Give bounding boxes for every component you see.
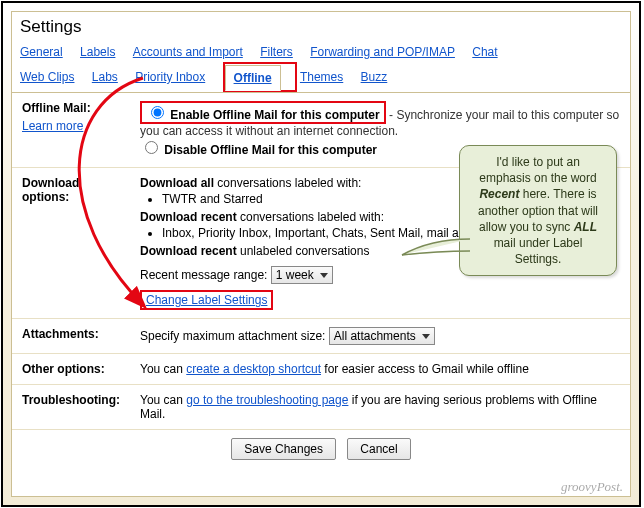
attachments-text: Specify maximum attachment size: <box>140 329 325 343</box>
page-title: Settings <box>12 12 630 39</box>
troubleshoot-text: You can go to the troubleshooting page i… <box>130 385 630 430</box>
annotation-callout-pointer <box>400 235 470 257</box>
tab-buzz[interactable]: Buzz <box>361 67 388 87</box>
troubleshoot-link[interactable]: go to the troubleshooting page <box>186 393 348 407</box>
save-button[interactable]: Save Changes <box>231 438 336 460</box>
section-label-offline: Offline Mail: Learn more <box>12 93 130 168</box>
other-options-text: You can create a desktop shortcut for ea… <box>130 354 630 385</box>
annotation-highlight-tab: Offline <box>223 62 297 92</box>
radio-enable-offline[interactable]: Enable Offline Mail for this computer <box>146 108 380 122</box>
annotation-callout: I'd like to put an emphasis on the word … <box>459 145 617 276</box>
radio-disable-offline[interactable]: Disable Offline Mail for this computer <box>140 143 377 157</box>
section-label-attachments: Attachments: <box>12 319 130 354</box>
chevron-down-icon <box>422 334 430 339</box>
tab-filters[interactable]: Filters <box>260 42 293 62</box>
section-label-other: Other options: <box>12 354 130 385</box>
chevron-down-icon <box>320 273 328 278</box>
tab-labs[interactable]: Labs <box>92 67 118 87</box>
tab-forwarding[interactable]: Forwarding and POP/IMAP <box>310 42 455 62</box>
cancel-button[interactable]: Cancel <box>347 438 410 460</box>
annotation-highlight-change-label: Change Label Settings <box>140 290 273 310</box>
radio-enable-input[interactable] <box>151 106 164 119</box>
section-label-troubleshoot: Troubleshooting: <box>12 385 130 430</box>
tab-accounts[interactable]: Accounts and Import <box>133 42 243 62</box>
tab-priority-inbox[interactable]: Priority Inbox <box>135 67 205 87</box>
tab-offline[interactable]: Offline <box>225 65 281 91</box>
radio-disable-input[interactable] <box>145 141 158 154</box>
tab-general[interactable]: General <box>20 42 63 62</box>
change-label-settings-link[interactable]: Change Label Settings <box>146 293 267 307</box>
create-shortcut-link[interactable]: create a desktop shortcut <box>186 362 321 376</box>
tab-themes[interactable]: Themes <box>300 67 343 87</box>
range-select[interactable]: 1 week <box>271 266 333 284</box>
annotation-highlight-enable: Enable Offline Mail for this computer <box>140 101 386 124</box>
attachment-size-select[interactable]: All attachments <box>329 327 435 345</box>
tab-chat[interactable]: Chat <box>472 42 497 62</box>
tab-labels[interactable]: Labels <box>80 42 115 62</box>
section-label-download: Download options: <box>12 168 130 319</box>
learn-more-link[interactable]: Learn more <box>22 119 120 133</box>
watermark: groovyPost. <box>561 479 623 495</box>
tabs-nav: General Labels Accounts and Import Filte… <box>12 39 630 92</box>
tab-webclips[interactable]: Web Clips <box>20 67 74 87</box>
